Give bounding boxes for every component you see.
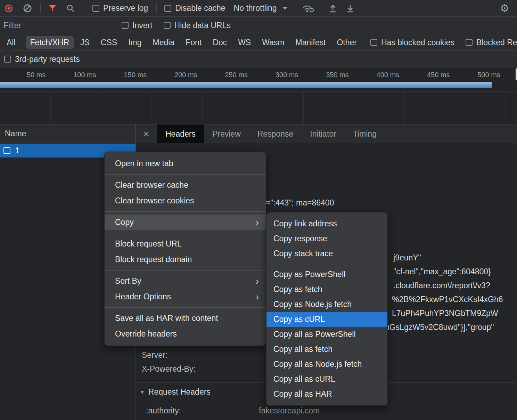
record-button[interactable] [5, 5, 13, 12]
menu-clear-browser-cache[interactable]: Clear browser cache [105, 177, 266, 193]
chevron-right-icon: › [256, 273, 259, 289]
close-details-button[interactable]: × [136, 128, 157, 140]
network-conditions-button[interactable] [302, 4, 314, 13]
filter-pill-doc[interactable]: Doc [208, 36, 231, 49]
export-har-button[interactable] [346, 4, 355, 13]
gridline [506, 92, 506, 124]
triangle-down-icon: ▼ [140, 389, 145, 395]
filter-pill-media[interactable]: Media [148, 36, 179, 49]
preserve-log-checkbox[interactable]: Preserve log [92, 3, 148, 13]
filter-pill-all[interactable]: All [2, 36, 20, 49]
menu-save-all-har[interactable]: Save all as HAR with content [105, 310, 266, 326]
menu-block-request-domain[interactable]: Block request domain [105, 252, 266, 267]
filter-pill-wasm[interactable]: Wasm [257, 36, 289, 49]
menu-block-request-url[interactable]: Block request URL [105, 236, 266, 252]
submenu-copy-as-powershell[interactable]: Copy as PowerShell [266, 267, 387, 282]
submenu-copy-all-as-fetch[interactable]: Copy all as fetch [266, 342, 387, 357]
tab-initiator[interactable]: Initiator [302, 124, 344, 143]
tab-headers[interactable]: Headers [157, 124, 204, 143]
toolbar-divider [156, 3, 157, 13]
filter-pill-manifest[interactable]: Manifest [291, 36, 330, 49]
timeline-tick: 500 ms [455, 71, 505, 79]
filter-pill-img[interactable]: Img [124, 36, 146, 49]
menu-header-options[interactable]: Header Options › [105, 289, 266, 305]
filter-toggle-button[interactable] [48, 5, 57, 12]
submenu-copy-as-nodejs-fetch[interactable]: Copy as Node.js fetch [266, 297, 387, 312]
tab-preview[interactable]: Preview [204, 124, 249, 143]
filter-pill-css[interactable]: CSS [96, 36, 122, 49]
submenu-copy-link-address[interactable]: Copy link address [266, 216, 387, 231]
request-checkbox[interactable] [3, 147, 10, 154]
submenu-copy-all-as-powershell[interactable]: Copy all as PowerShell [266, 327, 387, 342]
menu-separator [105, 233, 266, 233]
third-party-requests-label: 3rd-party requests [15, 55, 80, 64]
gridline [151, 92, 152, 124]
invert-checkbox[interactable]: Invert [122, 21, 153, 30]
third-party-requests-checkbox[interactable]: 3rd-party requests [4, 55, 80, 64]
menu-separator [105, 307, 266, 308]
has-blocked-cookies-label: Has blocked cookies [381, 38, 454, 47]
clear-button[interactable] [23, 4, 32, 13]
menu-separator [105, 211, 266, 212]
submenu-copy-as-curl[interactable]: Copy as cURL [266, 312, 387, 327]
blocked-requests-checkbox[interactable]: Blocked Requests [466, 38, 517, 47]
import-har-button[interactable] [328, 4, 337, 13]
submenu-copy-stack-trace[interactable]: Copy stack trace [266, 246, 387, 261]
has-blocked-cookies-checkbox[interactable]: Has blocked cookies [370, 38, 454, 47]
header-value-fragment: "cf-nel","max_age":604800} [393, 267, 491, 276]
menu-copy-label: Copy [115, 218, 134, 227]
request-headers-label: Request Headers [148, 387, 211, 396]
submenu-copy-as-fetch[interactable]: Copy as fetch [266, 282, 387, 297]
filter-pill-fetch-xhr[interactable]: Fetch/XHR [26, 36, 74, 49]
search-button[interactable] [66, 4, 75, 13]
menu-sort-by-label: Sort By [115, 276, 141, 285]
header-name-authority: :authority: [146, 406, 181, 415]
timeline-overview[interactable]: 50 ms 100 ms 150 ms 200 ms 250 ms 300 ms… [0, 68, 517, 124]
filter-pill-js[interactable]: JS [76, 36, 94, 49]
submenu-copy-all-as-nodejs-fetch[interactable]: Copy all as Node.js fetch [266, 357, 387, 372]
disable-cache-checkbox[interactable]: Disable cache [164, 3, 225, 13]
filter-input[interactable] [3, 21, 111, 30]
menu-copy[interactable]: Copy › [105, 215, 266, 230]
hide-data-urls-label: Hide data URLs [174, 21, 231, 30]
throttling-value: No throttling [234, 3, 277, 13]
network-overview-bar [0, 82, 492, 88]
menu-clear-browser-cookies[interactable]: Clear browser cookies [105, 193, 266, 209]
network-toolbar: Preserve log Disable cache No throttling [0, 0, 517, 17]
checkbox-icon [466, 39, 473, 46]
search-icon [66, 4, 75, 13]
menu-header-options-label: Header Options [115, 292, 171, 301]
submenu-copy-all-as-curl[interactable]: Copy all as cURL [266, 372, 387, 387]
header-value-fragment: .cloudflare.com\/report\/v3? [393, 281, 490, 290]
request-headers-section[interactable]: ▼Request Headers [140, 387, 211, 397]
gridline [303, 92, 304, 124]
timeline-tick: 400 ms [354, 71, 404, 79]
gridline [404, 92, 405, 124]
preserve-log-label: Preserve log [103, 3, 148, 13]
filter-pill-font[interactable]: Font [181, 36, 206, 49]
menu-override-headers[interactable]: Override headers [105, 326, 266, 342]
toolbar-divider [40, 3, 41, 13]
timeline-divider [0, 91, 517, 92]
menu-open-in-new-tab[interactable]: Open in new tab [105, 156, 266, 171]
timeline-tick: 350 ms [303, 71, 353, 79]
submenu-copy-response[interactable]: Copy response [266, 231, 387, 246]
gridline [253, 92, 253, 124]
name-header-label: Name [5, 129, 26, 138]
menu-sort-by[interactable]: Sort By › [105, 273, 266, 289]
hide-data-urls-checkbox[interactable]: Hide data URLs [164, 21, 231, 30]
submenu-copy-all-as-har[interactable]: Copy all as HAR [266, 387, 387, 402]
settings-button[interactable]: ⚙ [500, 3, 509, 14]
checkbox-icon [122, 22, 129, 29]
name-column-header[interactable]: Name [0, 124, 136, 143]
scrollbar-thumb[interactable] [516, 68, 517, 80]
filter-pill-other[interactable]: Other [332, 36, 361, 49]
timeline-tick: 300 ms [253, 71, 303, 79]
filter-pill-ws[interactable]: WS [233, 36, 255, 49]
third-party-bar: 3rd-party requests [0, 51, 517, 67]
tab-timing[interactable]: Timing [345, 124, 385, 143]
tab-response[interactable]: Response [249, 124, 302, 143]
checkbox-icon [92, 5, 99, 12]
type-filter-bar: All Fetch/XHR JS CSS Img Media Font Doc … [0, 34, 517, 51]
throttling-select[interactable]: No throttling [234, 3, 287, 13]
